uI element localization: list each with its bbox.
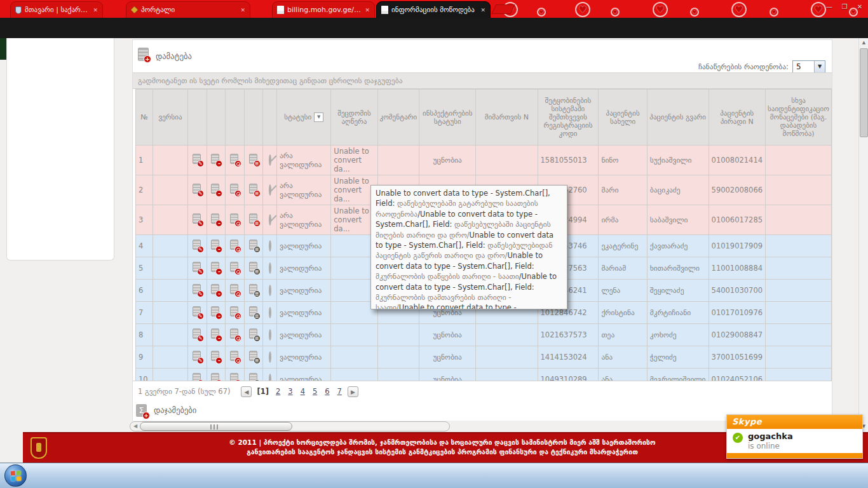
- start-button[interactable]: [4, 464, 27, 487]
- column-header[interactable]: პაციენტის სახელი: [599, 90, 647, 146]
- next-page-button[interactable]: ▶: [348, 386, 358, 397]
- details-icon[interactable]: ≡: [249, 351, 259, 362]
- column-header[interactable]: №: [136, 90, 153, 146]
- column-header[interactable]: მიმართვის N: [476, 90, 538, 146]
- summaries-button[interactable]: დაჯამებები: [154, 405, 196, 415]
- details-icon[interactable]: ≡: [249, 154, 259, 165]
- page-link-6[interactable]: 6: [325, 387, 329, 396]
- view-icon[interactable]: [230, 351, 240, 362]
- details-icon[interactable]: ≡: [249, 214, 259, 225]
- view-icon[interactable]: [230, 184, 240, 195]
- browser-tab-2[interactable]: პორტალი✕: [126, 1, 250, 18]
- skype-notification[interactable]: Skype ✔ gogachka is online: [726, 414, 863, 459]
- remove-icon[interactable]: –: [211, 351, 220, 362]
- page-link-3[interactable]: 3: [288, 387, 292, 396]
- column-header[interactable]: ვერსია: [153, 90, 188, 146]
- table-cell: 59002008066: [709, 175, 765, 205]
- view-icon[interactable]: [230, 214, 240, 225]
- table-cell: [766, 146, 832, 175]
- view-icon[interactable]: [230, 329, 240, 340]
- page-link-2[interactable]: 2: [276, 387, 280, 396]
- summary-sigma-icon[interactable]: Σ+: [136, 404, 147, 417]
- close-button[interactable]: ✕: [853, 2, 867, 11]
- edit-icon[interactable]: ✎: [193, 240, 202, 251]
- table-cell: ვალიდურია: [276, 235, 330, 257]
- column-header[interactable]: შეცდომის აღწერა: [331, 90, 377, 146]
- column-header[interactable]: კომენტარი: [377, 90, 419, 146]
- edit-icon[interactable]: ✎: [193, 184, 202, 195]
- column-header[interactable]: პაციენტის გვარი: [647, 90, 709, 146]
- view-icon[interactable]: [230, 284, 240, 295]
- details-icon[interactable]: ≡: [249, 262, 259, 273]
- vertical-scrollbar[interactable]: ▲ ▼: [858, 38, 868, 432]
- edit-icon[interactable]: ✎: [193, 351, 202, 362]
- page-link-5[interactable]: 5: [313, 387, 317, 396]
- column-header[interactable]: პაციენტის პირადი N: [709, 90, 765, 146]
- table-cell: [263, 324, 277, 346]
- scroll-left-arrow-icon[interactable]: ◀: [131, 423, 140, 430]
- table-cell: [766, 235, 832, 257]
- heart-icon: ♥: [537, 8, 546, 17]
- page-link-4[interactable]: 4: [301, 387, 305, 396]
- skype-logo: Skype: [727, 415, 862, 429]
- details-icon[interactable]: ≡: [249, 329, 259, 340]
- remove-icon[interactable]: –: [211, 184, 220, 195]
- browser-tab-1[interactable]: მთავარი | საქართველოს✕: [10, 1, 103, 18]
- details-icon[interactable]: ≡: [249, 240, 259, 251]
- table-cell: ირმა: [599, 205, 647, 235]
- browser-tab-4[interactable]: ინფორმაციის მოწოდება✕: [376, 1, 491, 18]
- scroll-up-arrow-icon[interactable]: ▲: [860, 38, 868, 48]
- table-cell: ლენა: [599, 280, 647, 302]
- table-cell: [226, 280, 245, 302]
- remove-icon[interactable]: –: [211, 262, 220, 273]
- table-cell: უცნობია: [419, 324, 476, 346]
- column-header[interactable]: სხვა საიდენტიფიკაციო მონაცემები (მაგ. და…: [766, 90, 832, 146]
- details-icon[interactable]: ≡: [249, 184, 259, 195]
- remove-icon[interactable]: –: [211, 214, 220, 225]
- view-icon[interactable]: [230, 262, 240, 273]
- column-header[interactable]: სტატუსი▼: [276, 90, 330, 146]
- add-record-button[interactable]: დამატება: [156, 51, 192, 61]
- browser-tab-3[interactable]: billing.moh.gov.ge/Pages✕: [272, 1, 375, 18]
- edit-icon[interactable]: ✎: [193, 306, 202, 318]
- page-link-7[interactable]: 7: [337, 387, 342, 396]
- horizontal-scroll-thumb[interactable]: [140, 422, 292, 431]
- heart-icon: ♥: [611, 8, 620, 17]
- restore-button[interactable]: ❐: [837, 2, 851, 11]
- table-cell: [377, 346, 419, 369]
- edit-icon[interactable]: ✎: [193, 329, 202, 340]
- edit-icon[interactable]: ✎: [193, 262, 202, 273]
- remove-icon[interactable]: –: [211, 240, 220, 251]
- tab-close-icon[interactable]: ✕: [365, 7, 370, 13]
- remove-icon[interactable]: –: [211, 154, 220, 165]
- remove-icon[interactable]: –: [211, 329, 220, 340]
- remove-icon[interactable]: –: [211, 306, 220, 318]
- table-cell: ვალიდურია: [276, 302, 330, 324]
- status-filter-button[interactable]: ▼: [314, 112, 323, 122]
- horizontal-scrollbar[interactable]: ◀: [130, 421, 450, 431]
- table-cell: [263, 235, 277, 257]
- minimize-button[interactable]: —: [822, 2, 836, 11]
- records-count-select[interactable]: 5 ▼: [792, 60, 825, 73]
- vertical-scroll-thumb[interactable]: [860, 48, 868, 137]
- column-header[interactable]: ინსპექტირების სტატუსი: [419, 90, 476, 146]
- edit-icon[interactable]: ✎: [193, 284, 202, 295]
- table-cell: 7: [136, 302, 153, 324]
- edit-icon[interactable]: ✎: [193, 154, 202, 165]
- remove-icon[interactable]: –: [211, 284, 220, 295]
- details-icon[interactable]: ≡: [249, 306, 259, 318]
- heart-icon: ♥: [690, 8, 699, 17]
- column-header[interactable]: შეტყობინების სისტემაში შემთხვევის რეგისტ…: [538, 90, 599, 146]
- view-icon[interactable]: [230, 154, 240, 165]
- table-cell: 1581055013: [538, 146, 599, 175]
- edit-icon[interactable]: ✎: [193, 214, 202, 225]
- add-record-icon[interactable]: +: [138, 48, 149, 61]
- table-cell: [153, 175, 188, 205]
- tab-close-icon[interactable]: ✕: [93, 7, 98, 13]
- prev-page-button[interactable]: ◀: [241, 386, 252, 397]
- tab-close-icon[interactable]: ✕: [480, 7, 485, 13]
- view-icon[interactable]: [230, 240, 240, 251]
- view-icon[interactable]: [230, 306, 240, 318]
- details-icon[interactable]: ≡: [249, 284, 259, 295]
- tab-close-icon[interactable]: ✕: [240, 7, 245, 13]
